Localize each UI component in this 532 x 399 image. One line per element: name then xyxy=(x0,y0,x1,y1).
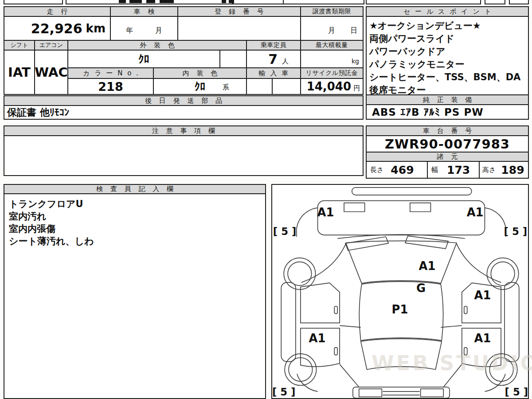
import-car-header: 輸 入 車 xyxy=(246,67,301,79)
recycle-deposit-unit: 円 xyxy=(353,84,360,93)
a-pillar-right xyxy=(457,244,501,282)
sales-points-body: ★オークションデビュー★ 両側パワースライド パワーバックドア パノラミックモニ… xyxy=(366,16,529,95)
cutoff-cell xyxy=(4,0,63,4)
mileage-value: 22,926km xyxy=(4,16,111,41)
recycle-deposit-value: 14,040 円 xyxy=(300,78,364,95)
cutoff-cell xyxy=(485,0,505,4)
body-line-connectors xyxy=(340,325,462,327)
mark-windshield: A1 xyxy=(419,259,436,273)
height-label: 高さ xyxy=(482,166,496,174)
interior-color-value: ｸﾛ 系 xyxy=(153,78,247,95)
length-value: 469 xyxy=(391,164,414,176)
exterior-color-header: 外 装 色 xyxy=(67,40,247,51)
door-handle-front-right xyxy=(464,306,467,314)
shift-header: シフト xyxy=(4,40,35,51)
shift-value: IAT xyxy=(4,50,35,95)
inspector-note-line: 室内汚れ xyxy=(9,210,261,223)
transfer-deadline-header: 譲渡書類期限 xyxy=(300,6,364,17)
tire-mark-front-left: [ 5 ] xyxy=(273,226,297,237)
dimension-length: 長さ 469 xyxy=(366,161,428,179)
genuine-equipment-header: 純 正 装 備 xyxy=(366,94,529,105)
front-bumper-slot-right xyxy=(410,203,431,212)
door-handle-rear-left xyxy=(334,348,337,355)
exterior-color-value: ｸﾛ xyxy=(67,50,220,68)
sales-point-line: 両側パワースライド xyxy=(369,32,525,45)
inspector-notes-body: トランクフロアU 室内汚れ 室内内張傷 シート薄汚れ、しわ xyxy=(4,193,266,399)
capacity-value: 7 人 xyxy=(246,50,301,68)
inspector-notes-header: 検 査 員 記 入 欄 xyxy=(4,184,266,194)
height-value: 189 xyxy=(501,164,524,176)
recycle-deposit-header: リサイクル預託金 xyxy=(300,67,364,79)
mark-front-door-right: A1 xyxy=(474,289,491,302)
mark-front-bumper-right: A1 xyxy=(467,206,484,219)
cutoff-text-remnant xyxy=(229,0,234,3)
mark-rear-door-right: A1 xyxy=(474,332,491,345)
rear-window xyxy=(361,339,442,369)
width-label: 幅 xyxy=(431,166,438,174)
cutoff-text-remnant xyxy=(119,0,126,3)
genuine-equipment-value: ABS ｴｱB ｱﾙﾐ PS PW xyxy=(366,104,529,120)
registration-header: 登 録 番 号 xyxy=(177,6,301,17)
registration-value xyxy=(177,16,301,41)
windshield xyxy=(346,241,457,283)
mileage-unit: km xyxy=(86,22,106,35)
sales-point-line: パノラミックモニター xyxy=(369,58,525,71)
mark-rear-door-left: A1 xyxy=(309,332,326,345)
auction-sheet: 走 行 車 検 登 録 番 号 譲渡書類期限 22,926km 年 月 月 日 … xyxy=(0,0,532,399)
front-fender-right xyxy=(485,208,506,237)
car-development-view: A1 A1 A1 G P1 A1 A1 A1 [ 5 ] [ 5 ] [ 5 ]… xyxy=(272,185,528,398)
wiper-right xyxy=(405,236,448,249)
wheel-rear-right xyxy=(485,354,517,385)
cutoff-text-remnant xyxy=(146,0,155,3)
cutoff-text-remnant xyxy=(129,0,142,3)
max-load-header: 最大積載量 xyxy=(300,40,364,51)
door-handle-rear-right xyxy=(464,348,467,355)
chassis-no-value: ZWR90-0077983 xyxy=(366,135,529,153)
transfer-deadline-value: 月 日 xyxy=(300,16,364,41)
shaken-header: 車 検 xyxy=(110,6,178,17)
interior-color-text: ｸﾛ xyxy=(195,80,206,93)
wheel-front-right xyxy=(487,258,518,289)
transfer-day-label: 日 xyxy=(350,26,357,35)
wheel-front-left xyxy=(284,258,315,289)
sales-point-line: パワーバックドア xyxy=(369,45,525,58)
cutoff-cell xyxy=(283,0,364,4)
front-bumper xyxy=(318,201,485,235)
aircon-value: WAC xyxy=(34,50,68,95)
inspector-note-line: シート薄汚れ、しわ xyxy=(9,235,261,247)
cutoff-text-remnant xyxy=(160,0,174,3)
side-sill-left xyxy=(281,282,296,362)
front-door-left xyxy=(301,283,340,323)
capacity-number: 7 xyxy=(268,51,278,67)
side-sill-right xyxy=(505,282,519,362)
mark-cowl: G xyxy=(416,282,426,295)
cautions-body xyxy=(4,135,364,176)
transfer-month-label: 月 xyxy=(328,26,335,35)
exterior-color-extra-cell xyxy=(219,50,247,68)
rear-fender-right xyxy=(485,374,505,391)
mark-front-bumper-left: A1 xyxy=(317,206,334,219)
sales-points-header: セ ー ル ス ポ イ ン ト xyxy=(366,6,529,17)
wheel-rear-right-inner xyxy=(489,358,513,382)
wheel-front-left-inner xyxy=(288,262,312,286)
wiper-left xyxy=(345,237,388,250)
rear-bumper-slot-right xyxy=(421,389,444,397)
front-bumper-slot-left xyxy=(344,203,365,212)
c-pillar-lines xyxy=(340,364,462,387)
cutoff-cell xyxy=(366,0,481,4)
max-load-unit: kg xyxy=(352,58,359,65)
aircon-header: エアコン xyxy=(34,40,68,51)
chassis-no-header: 車 台 番 号 xyxy=(366,125,529,136)
shaken-value: 年 月 xyxy=(110,16,178,41)
later-shipping-header: 後 日 発 送 部 品 xyxy=(4,95,364,106)
cautions-header: 注 意 事 項 欄 xyxy=(4,125,364,136)
wheel-front-right-inner xyxy=(491,262,515,286)
interior-color-suffix: 系 xyxy=(223,83,229,92)
interior-color-header: 内 装 色 xyxy=(153,67,247,79)
mileage-header: 走 行 xyxy=(4,6,111,17)
length-label: 長さ xyxy=(370,166,383,174)
rear-bumper-lines xyxy=(383,391,419,395)
inspector-note-line: 室内内張傷 xyxy=(9,223,261,235)
rear-bumper-slot-left xyxy=(359,389,382,397)
import-car-cell-1 xyxy=(246,78,273,95)
